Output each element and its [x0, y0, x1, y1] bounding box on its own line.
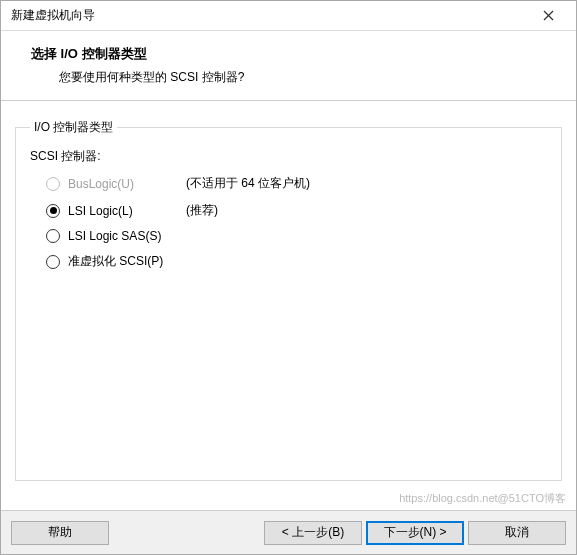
next-button[interactable]: 下一步(N) >: [366, 521, 464, 545]
window-title: 新建虚拟机向导: [11, 7, 528, 24]
close-icon: [543, 10, 554, 21]
radio-lsi-logic[interactable]: LSI Logic(L) (推荐): [46, 202, 547, 219]
watermark: https://blog.csdn.net@51CTO博客: [399, 491, 566, 506]
back-button[interactable]: < 上一步(B): [264, 521, 362, 545]
radio-note: (不适用于 64 位客户机): [186, 175, 310, 192]
radio-icon: [46, 204, 60, 218]
radio-lsi-logic-sas[interactable]: LSI Logic SAS(S): [46, 229, 547, 243]
cancel-button[interactable]: 取消: [468, 521, 566, 545]
radio-note: (推荐): [186, 202, 218, 219]
radio-label: LSI Logic(L): [68, 204, 178, 218]
scsi-subhead: SCSI 控制器:: [30, 148, 547, 165]
titlebar: 新建虚拟机向导: [1, 1, 576, 31]
radio-icon: [46, 255, 60, 269]
radio-label: LSI Logic SAS(S): [68, 229, 178, 243]
help-button[interactable]: 帮助: [11, 521, 109, 545]
radio-paravirtual-scsi[interactable]: 准虚拟化 SCSI(P): [46, 253, 547, 270]
radio-label: BusLogic(U): [68, 177, 178, 191]
wizard-footer: 帮助 < 上一步(B) 下一步(N) > 取消: [1, 510, 576, 554]
page-subtitle: 您要使用何种类型的 SCSI 控制器?: [59, 69, 556, 86]
io-controller-group: I/O 控制器类型 SCSI 控制器: BusLogic(U) (不适用于 64…: [15, 119, 562, 481]
radio-icon: [46, 229, 60, 243]
radio-label: 准虚拟化 SCSI(P): [68, 253, 178, 270]
radio-buslogic: BusLogic(U) (不适用于 64 位客户机): [46, 175, 547, 192]
wizard-header: 选择 I/O 控制器类型 您要使用何种类型的 SCSI 控制器?: [1, 31, 576, 101]
radio-icon: [46, 177, 60, 191]
close-button[interactable]: [528, 3, 568, 29]
wizard-content: I/O 控制器类型 SCSI 控制器: BusLogic(U) (不适用于 64…: [1, 101, 576, 491]
group-legend: I/O 控制器类型: [30, 119, 117, 136]
page-title: 选择 I/O 控制器类型: [31, 45, 556, 63]
